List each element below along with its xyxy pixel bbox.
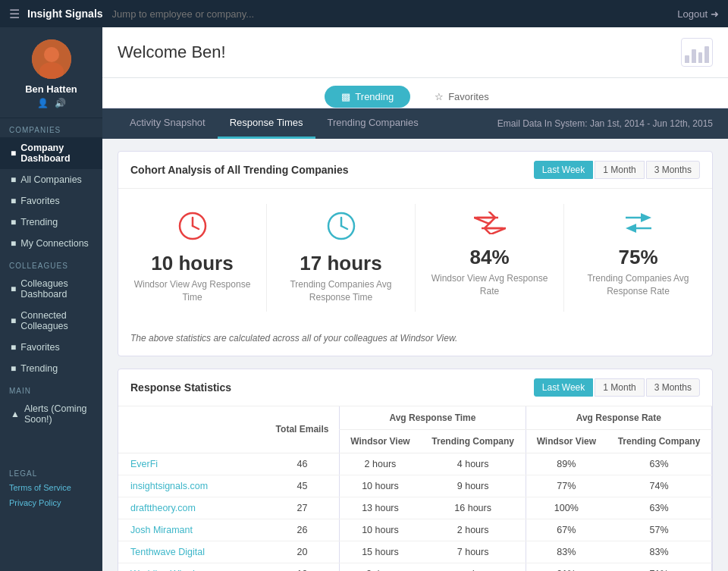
col-group-avg-response-time: Avg Response Time — [340, 406, 526, 430]
response-stats-time-filter: Last Week 1 Month 3 Months — [534, 378, 700, 397]
favorites-icon: ■ — [11, 196, 16, 206]
cell-trending-response-rate: 74% — [607, 475, 711, 497]
response-filter-1-month[interactable]: 1 Month — [595, 378, 644, 397]
cell-trending-response-rate: 83% — [607, 541, 711, 563]
sidebar-item-label: Connected Colleagues — [20, 310, 92, 331]
cell-windsor-response-rate: 83% — [526, 541, 607, 563]
cohort-analysis-panel: Cohort Analysis of All Trending Companie… — [118, 151, 713, 356]
favorites-tab-label: Favorites — [448, 91, 488, 102]
sidebar-item-label: My Connections — [20, 238, 89, 249]
windsor-response-rate-label: Windsor View Avg Response Rate — [431, 272, 548, 298]
sidebar-item-label: Company Dashboard — [20, 143, 92, 164]
colleagues-dashboard-icon: ■ — [11, 284, 16, 294]
col-header-art-windsor: Windsor View — [340, 429, 421, 453]
cohort-filter-last-week[interactable]: Last Week — [534, 161, 593, 179]
sidebar-item-connected-colleagues[interactable]: ■ Connected Colleagues — [0, 305, 102, 337]
cohort-filter-3-months[interactable]: 3 Months — [646, 161, 700, 179]
search-input[interactable] — [112, 8, 678, 20]
cell-trending-response-rate: 63% — [607, 453, 711, 475]
favorites-tab-icon: ☆ — [435, 91, 444, 102]
cell-company[interactable]: Josh Miramant — [118, 519, 265, 541]
speaker-icon: 🔊 — [55, 98, 66, 108]
cell-total-emails: 27 — [265, 497, 340, 519]
cell-windsor-response-rate: 100% — [526, 497, 607, 519]
stat-trending-response-time: 17 hours Trending Companies Avg Response… — [267, 204, 416, 312]
companies-section-label: Companies — [0, 118, 102, 137]
windsor-response-time-label: Windsor View Avg Response Time — [133, 278, 251, 304]
my-connections-icon: ■ — [11, 238, 16, 249]
cohort-panel-title: Cohort Analysis of All Trending Companie… — [130, 164, 534, 176]
trending-tab-label: Trending — [355, 91, 394, 102]
svg-line-5 — [193, 226, 199, 229]
col-header-total-emails: Total Emails — [265, 406, 340, 453]
cohort-stats: 10 hours Windsor View Avg Response Time … — [118, 189, 712, 327]
sidebar-item-trending[interactable]: ■ Trending — [0, 212, 102, 233]
terms-of-service-link[interactable]: Terms of Service — [9, 481, 93, 496]
table-row: drafttheory.com 27 13 hours 16 hours 100… — [118, 497, 712, 519]
cell-trending-response-time: 2 hours — [421, 519, 526, 541]
all-companies-icon: ■ — [11, 174, 16, 185]
cell-windsor-response-rate: 77% — [526, 475, 607, 497]
sidebar-item-label: Alerts (Coming Soon!) — [24, 403, 92, 425]
cell-company[interactable]: EverFi — [118, 453, 265, 475]
arrows-icon-blue — [579, 212, 697, 240]
tab-favorites[interactable]: ☆ Favorites — [418, 86, 505, 108]
table-row: Josh Miramant 26 10 hours 2 hours 67% 57… — [118, 519, 712, 541]
svg-marker-16 — [626, 224, 636, 233]
sidebar-item-col-trending[interactable]: ■ Trending — [0, 358, 102, 379]
cohort-time-filter-group: Last Week 1 Month 3 Months — [534, 161, 700, 179]
tab-trending[interactable]: ▩ Trending — [325, 86, 410, 108]
cell-trending-response-rate: 63% — [607, 497, 711, 519]
sub-tab-response-times[interactable]: Response Times — [218, 108, 315, 139]
cohort-panel-header: Cohort Analysis of All Trending Companie… — [118, 152, 712, 189]
cell-company[interactable]: Tenthwave Digital — [118, 541, 265, 563]
sidebar-item-label: All Companies — [20, 174, 82, 185]
logout-button[interactable]: Logout — [677, 8, 708, 20]
main-tab-bar: ▩ Trending ☆ Favorites — [102, 78, 728, 108]
sidebar-item-company-dashboard[interactable]: ■ Company Dashboard — [0, 137, 102, 169]
cell-company[interactable]: insightsignals.com — [118, 475, 265, 497]
cell-total-emails: 26 — [265, 519, 340, 541]
cell-trending-response-time: 4 hours — [421, 453, 526, 475]
response-stats-header: Response Statistics Last Week 1 Month 3 … — [118, 369, 712, 406]
sub-tab-trending-companies[interactable]: Trending Companies — [315, 108, 431, 139]
cohort-filter-1-month[interactable]: 1 Month — [595, 161, 644, 179]
cell-trending-response-time: a day — [421, 563, 526, 571]
col-header-company — [118, 406, 265, 453]
col-favorites-icon: ■ — [11, 342, 16, 353]
cell-trending-response-time: 7 hours — [421, 541, 526, 563]
sidebar-legal: Legal Terms of Service Privacy Policy — [0, 460, 102, 520]
cell-total-emails: 45 — [265, 475, 340, 497]
legal-label: Legal — [9, 469, 93, 478]
cell-trending-response-rate: 71% — [607, 563, 711, 571]
sidebar-item-colleagues-dashboard[interactable]: ■ Colleagues Dashboard — [0, 273, 102, 305]
trending-response-time-label: Trending Companies Avg Response Time — [282, 278, 400, 304]
stat-windsor-response-rate: 84% Windsor View Avg Response Rate — [416, 204, 564, 312]
colleagues-section-label: Colleagues — [0, 254, 102, 273]
sidebar-user-icons: 👤 🔊 — [37, 98, 66, 108]
clock-icon-blue — [282, 212, 400, 246]
table-row: Wedding Wire Inc 19 2 days a day 91% 71% — [118, 563, 712, 571]
sub-tab-activity-snapshot[interactable]: Activity Snapshot — [118, 108, 218, 139]
sidebar-item-my-connections[interactable]: ■ My Connections — [0, 233, 102, 254]
sidebar-item-favorites[interactable]: ■ Favorites — [0, 190, 102, 212]
privacy-policy-link[interactable]: Privacy Policy — [9, 496, 93, 511]
cell-company[interactable]: Wedding Wire Inc — [118, 563, 265, 571]
cell-trending-response-time: 9 hours — [421, 475, 526, 497]
cell-windsor-response-rate: 91% — [526, 563, 607, 571]
sidebar-item-all-companies[interactable]: ■ All Companies — [0, 169, 102, 190]
hamburger-icon[interactable]: ☰ — [9, 7, 20, 21]
sidebar-item-col-favorites[interactable]: ■ Favorites — [0, 337, 102, 358]
cell-company[interactable]: drafttheory.com — [118, 497, 265, 519]
cell-windsor-response-time: 15 hours — [340, 541, 421, 563]
page-header: Welcome Ben! — [102, 27, 728, 78]
person-icon: 👤 — [37, 98, 49, 108]
sidebar-item-label: Favorites — [20, 342, 59, 353]
cell-total-emails: 19 — [265, 563, 340, 571]
cell-windsor-response-rate: 67% — [526, 519, 607, 541]
response-filter-3-months[interactable]: 3 Months — [646, 378, 700, 397]
chart-icon — [681, 38, 713, 67]
stat-trending-response-rate: 75% Trending Companies Avg Response Rate — [564, 204, 712, 312]
response-filter-last-week[interactable]: Last Week — [534, 378, 593, 397]
sidebar-item-alerts[interactable]: ▲ Alerts (Coming Soon!) — [0, 398, 102, 430]
